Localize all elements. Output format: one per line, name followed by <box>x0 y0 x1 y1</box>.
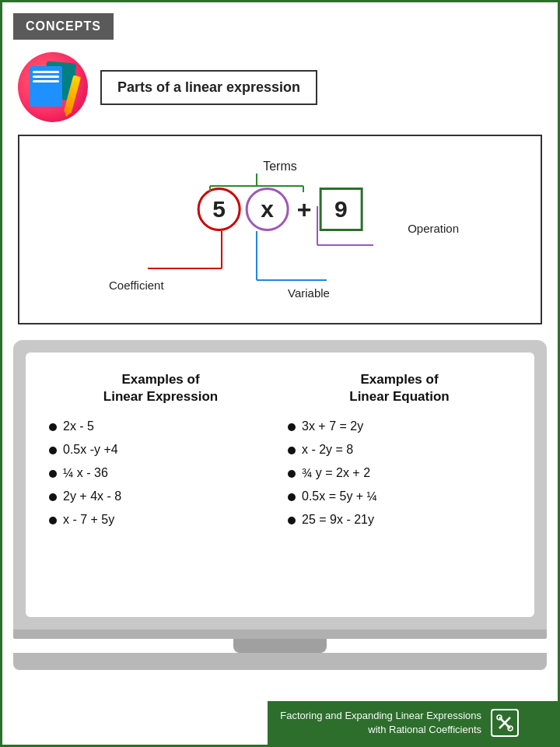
list-item: 2y + 4x - 8 <box>49 489 272 503</box>
concepts-header: CONCEPTS <box>13 13 114 40</box>
laptop-base <box>13 653 547 670</box>
examples-grid: Examples ofLinear Expression 2x - 5 0.5x… <box>41 371 519 536</box>
coefficient-circle: 5 <box>198 188 241 231</box>
bullet-icon <box>49 423 57 431</box>
bullet-icon <box>288 423 296 431</box>
footer: Factoring and Expanding Linear Expressio… <box>268 701 558 745</box>
bullet-icon <box>49 447 57 454</box>
coefficient-label: Coefficient <box>109 279 164 292</box>
bullet-icon <box>49 470 57 478</box>
col1-title: Examples ofLinear Expression <box>49 371 272 405</box>
col-linear-equation: Examples ofLinear Equation 3x + 7 = 2y x… <box>280 371 519 536</box>
laptop-screen: Examples ofLinear Expression 2x - 5 0.5x… <box>13 340 547 630</box>
book-blue <box>30 66 62 107</box>
variable-circle: x <box>246 188 289 231</box>
bullet-icon <box>49 493 57 501</box>
col2-title: Examples ofLinear Equation <box>288 371 511 405</box>
laptop-inner: Examples ofLinear Expression 2x - 5 0.5x… <box>26 352 534 617</box>
footer-text: Factoring and Expanding Linear Expressio… <box>280 709 481 737</box>
page-title: Parts of a linear expression <box>117 79 300 95</box>
col-linear-expression: Examples ofLinear Expression 2x - 5 0.5x… <box>41 371 280 536</box>
bullet-icon <box>288 447 296 454</box>
variable-label: Variable <box>288 286 330 300</box>
operation-label: Operation <box>408 222 459 235</box>
equation-list: 3x + 7 = 2y x - 2y = 8 ¾ y = 2x + 2 0.5x… <box>288 419 511 527</box>
list-item: ¾ y = 2x + 2 <box>288 466 511 480</box>
list-item: 2x - 5 <box>49 419 272 433</box>
list-item: ¼ x - 36 <box>49 466 272 480</box>
laptop-notch <box>233 639 327 653</box>
laptop-hinge <box>13 630 547 639</box>
operator-symbol: + <box>297 195 312 224</box>
list-item: 25 = 9x - 21y <box>288 513 511 527</box>
list-item: x - 2y = 8 <box>288 443 511 457</box>
footer-icon <box>491 709 519 737</box>
laptop-section: Examples ofLinear Expression 2x - 5 0.5x… <box>13 340 547 670</box>
expression-list: 2x - 5 0.5x -y +4 ¼ x - 36 2y + 4x - 8 x… <box>49 419 272 527</box>
diagram-box: Terms 5 x + 9 <box>18 135 542 324</box>
header-label: CONCEPTS <box>26 19 101 33</box>
bullet-icon <box>288 493 296 501</box>
bullet-icon <box>49 517 57 524</box>
scissors-icon <box>496 714 513 731</box>
list-item: 3x + 7 = 2y <box>288 419 511 433</box>
book-icon <box>30 62 76 113</box>
bullet-icon <box>288 517 296 524</box>
book-icon-circle <box>18 52 88 122</box>
math-expression-row: 5 x + 9 <box>196 188 365 231</box>
title-box: Parts of a linear expression <box>100 70 317 105</box>
diagram-full: Terms 5 x + 9 <box>86 160 474 300</box>
constant-box: 9 <box>319 188 362 231</box>
terms-label: Terms <box>263 160 297 174</box>
list-item: 0.5x -y +4 <box>49 443 272 457</box>
list-item: 0.5x = 5y + ¼ <box>288 489 511 503</box>
top-section: Parts of a linear expression <box>18 52 542 122</box>
list-item: x - 7 + 5y <box>49 513 272 527</box>
bullet-icon <box>288 470 296 478</box>
